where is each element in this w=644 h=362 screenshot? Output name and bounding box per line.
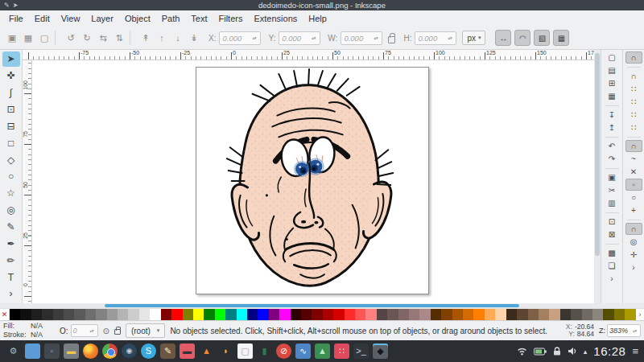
commands-more-button[interactable]: › — [604, 273, 621, 285]
color-swatch[interactable] — [269, 309, 279, 320]
menu-item[interactable]: Path — [156, 10, 186, 27]
spinner-icon[interactable]: ▴▾ — [374, 36, 379, 39]
height-field-input[interactable]: 0.000▴▾ — [415, 31, 456, 45]
crescent-app-icon[interactable]: ◗ — [218, 343, 233, 359]
export-button[interactable]: ↥ — [604, 121, 621, 134]
color-swatch[interactable] — [74, 309, 85, 320]
spinner-icon[interactable]: ▴▾ — [312, 36, 317, 39]
pager-icon[interactable] — [25, 343, 40, 359]
menu-item[interactable]: View — [56, 10, 86, 27]
app-launcher-icon[interactable]: ⚙ — [6, 343, 21, 359]
rectangle-tool[interactable]: □ — [2, 135, 20, 150]
color-swatch[interactable] — [452, 309, 463, 320]
fill-stroke-indicator[interactable]: Fill: N/A Stroke: N/A — [3, 322, 55, 339]
color-swatch[interactable] — [495, 309, 506, 320]
opacity-input[interactable]: 0▴▾ — [71, 324, 98, 337]
tweak-tool[interactable]: ∫ — [2, 85, 20, 101]
print-button[interactable]: ▦ — [604, 90, 621, 102]
color-swatch[interactable] — [31, 309, 42, 320]
drawing-page[interactable] — [196, 67, 429, 294]
blocked-badge-icon[interactable]: ⊘ — [276, 343, 291, 359]
flip-vertical-button[interactable]: ⇅ — [112, 31, 126, 45]
x-field-input[interactable]: 0.000▴▾ — [219, 31, 261, 45]
color-swatch[interactable] — [419, 309, 430, 320]
text-document-icon[interactable]: ▢ — [237, 343, 253, 359]
menu-item[interactable]: Layer — [85, 10, 119, 27]
color-swatch[interactable] — [183, 309, 193, 320]
snap-bbox-edges-toggle[interactable]: ∷ — [625, 83, 642, 95]
color-swatch[interactable] — [237, 309, 247, 320]
paste-button[interactable]: ▥ — [604, 197, 621, 209]
scale-corners-toggle[interactable]: ◠ — [514, 30, 530, 46]
select-all-layers-button[interactable]: ▦ — [21, 31, 35, 45]
system-monitor-icon[interactable]: ∿ — [295, 343, 311, 359]
snap-cusp-nodes-toggle[interactable]: ▫ — [625, 179, 642, 191]
color-swatch[interactable] — [592, 309, 603, 320]
select-all-button[interactable]: ▣ — [5, 31, 19, 45]
color-swatch[interactable] — [323, 309, 333, 320]
color-swatch[interactable] — [582, 309, 592, 320]
snap-bbox-centers-toggle[interactable]: ∷ — [625, 121, 642, 134]
spinner-icon[interactable]: ▴▾ — [448, 36, 453, 39]
wifi-icon[interactable] — [517, 347, 527, 356]
tray-expand-icon[interactable]: ▴ — [584, 348, 588, 356]
vertical-ruler[interactable]: 1007550250 — [23, 60, 32, 303]
menu-item[interactable]: Edit — [29, 10, 56, 27]
units-dropdown[interactable]: px▾ — [462, 31, 485, 45]
canvas[interactable] — [32, 60, 594, 303]
move-patterns-toggle[interactable]: ▦ — [553, 30, 569, 46]
star-tool[interactable]: ☆ — [2, 186, 20, 201]
color-swatch[interactable] — [258, 309, 268, 320]
color-swatch[interactable] — [128, 309, 138, 320]
no-color-swatch[interactable]: ✕ — [0, 309, 10, 320]
horizontal-scrollbar[interactable] — [32, 303, 593, 308]
menu-item[interactable]: Object — [119, 10, 156, 27]
undo-button[interactable]: ↶ — [604, 140, 621, 152]
import-button[interactable]: ↧ — [604, 109, 621, 121]
horizontal-scrollbar-thumb[interactable] — [105, 304, 519, 307]
color-swatch[interactable] — [441, 309, 452, 320]
spinner-icon[interactable]: ▴▾ — [252, 36, 258, 39]
color-swatch[interactable] — [118, 309, 128, 320]
color-swatch[interactable] — [506, 309, 517, 320]
color-swatch[interactable] — [150, 309, 160, 320]
vertical-scrollbar-thumb[interactable] — [595, 53, 600, 256]
node-tool[interactable]: ✜ — [2, 68, 20, 84]
snap-rotation-center-toggle[interactable]: ✛ — [625, 249, 642, 261]
menu-item[interactable]: Filters — [213, 10, 249, 27]
scale-stroke-toggle[interactable]: ↔ — [495, 30, 511, 46]
layer-lock-icon[interactable] — [114, 329, 121, 335]
snap-object-centers-toggle[interactable]: ◎ — [625, 236, 642, 248]
color-swatch[interactable] — [485, 309, 495, 320]
color-swatch[interactable] — [85, 309, 96, 320]
save-document-button[interactable]: ⊞ — [604, 77, 621, 89]
clone-button[interactable]: ❏ — [604, 260, 621, 272]
volume-icon[interactable] — [568, 347, 577, 356]
color-swatch[interactable] — [204, 309, 214, 320]
color-swatch[interactable] — [560, 309, 571, 320]
redo-button[interactable]: ↷ — [604, 153, 621, 165]
color-swatch[interactable] — [614, 309, 625, 320]
raise-to-top-button[interactable]: ↟ — [138, 31, 153, 45]
lower-button[interactable]: ↓ — [171, 31, 185, 45]
snap-midpoints-toggle[interactable]: + — [625, 204, 642, 216]
color-swatch[interactable] — [53, 309, 64, 320]
color-swatch[interactable] — [355, 309, 365, 320]
duplicate-button[interactable]: ▩ — [604, 247, 621, 259]
color-swatch[interactable] — [431, 309, 441, 320]
skype-icon[interactable]: S — [141, 343, 156, 359]
snap-enable-toggle[interactable]: ∩ — [625, 51, 642, 64]
color-swatch[interactable] — [215, 309, 225, 320]
color-swatch[interactable] — [333, 309, 344, 320]
konsole-icon[interactable]: >_ — [353, 343, 369, 359]
color-swatch[interactable] — [20, 309, 31, 320]
color-swatch[interactable] — [528, 309, 539, 320]
snap-nodes-toggle[interactable]: ∩ — [625, 140, 642, 152]
zoom-selection-button[interactable]: ⊡ — [604, 216, 621, 228]
menu-item[interactable]: Help — [303, 10, 332, 27]
selector-tool[interactable]: ➤ — [2, 51, 20, 67]
file-manager-icon[interactable]: ▬ — [64, 343, 79, 359]
krita-icon[interactable]: ∷ — [334, 343, 349, 359]
color-swatch[interactable] — [409, 309, 419, 320]
move-gradients-toggle[interactable]: ▧ — [534, 30, 550, 46]
